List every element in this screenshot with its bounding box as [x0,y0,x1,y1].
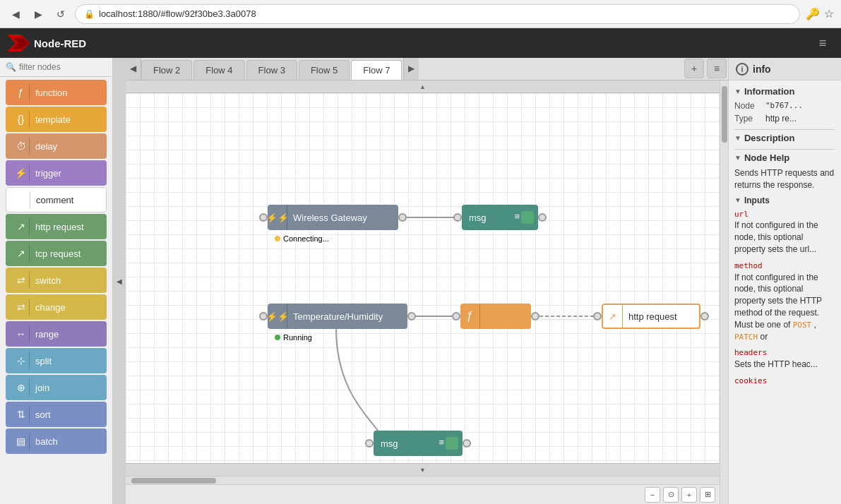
info-type-row: Type http re... [734,114,835,124]
cookies-label: cookies [734,376,767,385]
port-in [365,439,374,448]
sidebar-item-http-request[interactable]: ↗ http request [6,214,107,239]
function-icon: ƒ [13,84,30,101]
node-help-section: ▼ Node Help Sends HTTP requests and retu… [734,152,835,387]
fit-view-button[interactable]: ⊞ [700,487,715,503]
divider2 [734,149,835,150]
description-header[interactable]: ▼ Description [734,133,835,143]
node-label: Wireless Gateway [287,212,398,223]
post-code: POST [793,320,812,330]
tcp-icon: ↗ [13,245,30,262]
sidebar-item-tcp-request[interactable]: ↗ tcp request [6,241,107,266]
or-text: or [760,332,768,342]
sidebar-item-label: batch [35,436,58,447]
search-input[interactable] [19,62,113,72]
sidebar-collapse-button[interactable]: ◀ [113,58,126,504]
sidebar-item-sort[interactable]: ⇅ sort [6,402,107,427]
url-label: url [734,210,748,219]
canvas-vscroll[interactable] [720,80,728,504]
node-label: http request [623,311,699,322]
sidebar-item-label: delay [35,141,57,152]
node-value: "b767... [765,101,803,111]
zoom-reset-button[interactable]: ⊙ [663,487,679,503]
sidebar-search-bar: 🔍 [0,58,112,77]
batch-icon: ▤ [13,433,30,450]
node-function1[interactable]: ƒ [456,304,535,329]
search-icon: 🔍 [6,62,16,72]
node-controls: ≡ [514,211,538,224]
info-chevron: ▼ [734,88,741,95]
flow-canvas[interactable]: ⚡⚡ Wireless Gateway Connecting... [126,93,720,463]
tab-scroll-left-button[interactable]: ◀ [126,58,141,80]
tab-flow7[interactable]: Flow 7 [351,60,402,80]
sidebar-item-delay[interactable]: ⏱ delay [6,133,107,159]
method-section: method If not configured in the node, th… [734,260,835,343]
lock-icon: 🔒 [84,9,95,19]
node-temp-humidity[interactable]: ⚡⚡ Temperature/Humidity Running [263,304,412,329]
url-text: localhost:1880/#flow/92f30be3.3a0078 [99,8,256,19]
sidebar-item-switch[interactable]: ⇄ switch [6,268,107,293]
sidebar-item-label: sort [35,409,51,420]
sidebar-item-trigger[interactable]: ⚡ trigger [6,160,107,186]
tab-menu-button[interactable]: ≡ [707,59,727,78]
canvas-bottom-toolbar: − ⊙ + ⊞ [126,484,720,504]
sidebar-item-comment[interactable]: comment [6,187,107,212]
node-toggle [446,437,458,450]
node-help-header[interactable]: ▼ Node Help [734,152,835,163]
key-button[interactable]: 🔑 [806,7,820,20]
trigger-icon: ⚡ [13,164,30,181]
back-button[interactable]: ◀ [7,6,24,23]
information-header[interactable]: ▼ Information [734,86,835,97]
desc-chevron: ▼ [734,134,741,142]
sidebar-item-split[interactable]: ⊹ split [6,348,107,373]
node-wireless-gateway[interactable]: ⚡⚡ Wireless Gateway Connecting... [263,205,402,230]
canvas-vscroll-thumb[interactable] [722,86,727,143]
app-logo: Node-RED [7,35,86,52]
tab-flow4[interactable]: Flow 4 [193,60,244,80]
sidebar-item-template[interactable]: {} template [6,107,107,132]
info-node-row: Node "b767... [734,101,835,111]
bookmark-button[interactable]: ☆ [824,7,834,20]
headers-label: headers [734,348,767,357]
info-icon: i [736,63,748,76]
split-icon: ⊹ [13,352,30,369]
sidebar-item-change[interactable]: ⇄ change [6,294,107,320]
menu-icon: ≡ [514,211,520,224]
url-section: url If not configured in the node, this … [734,208,835,256]
node-http-request1[interactable]: ↗ http request [597,304,705,329]
inputs-chevron: ▼ [734,196,741,204]
zoom-in-button[interactable]: + [681,487,697,503]
reload-button[interactable]: ↺ [52,6,69,23]
tab-flow3[interactable]: Flow 3 [246,60,297,80]
comma-text: , [814,320,816,330]
tab-flow5[interactable]: Flow 5 [299,60,350,80]
zoom-out-button[interactable]: − [645,487,660,503]
canvas-collapse-top[interactable]: ▲ [126,80,720,93]
tab-scroll-right-button[interactable]: ▶ [403,58,419,80]
sidebar-item-label: split [35,356,52,366]
top-menu-button[interactable]: ≡ [811,32,834,54]
node-msg1[interactable]: msg ≡ [458,205,542,230]
forward-button[interactable]: ▶ [30,6,47,23]
address-bar[interactable]: 🔒 localhost:1880/#flow/92f30be3.3a0078 [75,4,800,24]
port-out [407,312,416,320]
node-icon: ↗ [603,305,623,328]
sidebar-item-label: trigger [35,168,61,179]
right-panel-header: i info [729,58,841,80]
canvas-hscroll[interactable] [126,476,720,484]
port-out [538,213,547,222]
canvas-hscroll-thumb[interactable] [131,478,216,484]
tab-add-button[interactable]: + [684,59,704,78]
tab-flow2[interactable]: Flow 2 [141,60,192,80]
url-text: If not configured in the node, this opti… [734,220,818,254]
node-msg2[interactable]: msg ≡ [369,431,467,456]
port-out [463,439,471,448]
sidebar-item-range[interactable]: ↔ range [6,321,107,347]
comment-icon [13,191,30,208]
sidebar-item-function[interactable]: ƒ function [6,80,107,105]
sidebar-item-batch[interactable]: ▤ batch [6,428,107,454]
switch-icon: ⇄ [13,272,30,289]
canvas-collapse-bottom[interactable]: ▼ [126,463,720,476]
change-icon: ⇄ [13,299,30,316]
sidebar-item-join[interactable]: ⊕ join [6,375,107,400]
